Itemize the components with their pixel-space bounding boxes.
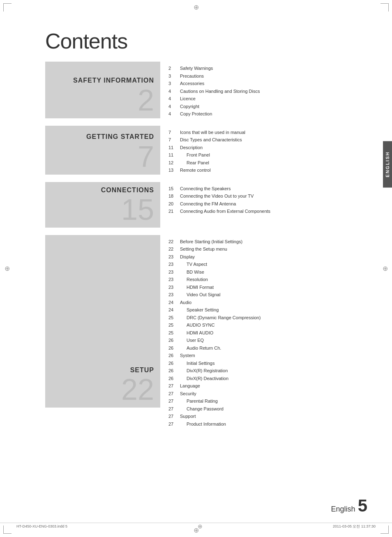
item-page-number: 4 — [168, 88, 180, 95]
setup-number: 22 — [121, 375, 154, 404]
item-page-number: 11 — [168, 152, 180, 159]
footer-crosshair: ⊕ — [198, 523, 203, 530]
item-page-number: 4 — [168, 111, 180, 118]
english-page-number: 5 — [358, 497, 367, 514]
list-item: 4Licence — [168, 95, 355, 102]
item-text: HDMI Format — [180, 284, 214, 291]
list-item: 27Change Password — [168, 406, 355, 413]
list-item: 4Cautions on Handling and Storing Discs — [168, 88, 355, 95]
item-text: Connecting the FM Antenna — [180, 201, 236, 207]
item-page-number: 2 — [168, 65, 180, 72]
item-page-number: 25 — [168, 322, 180, 329]
section-setup: SETUP 22 22Before Starting (Initial Sett… — [45, 235, 355, 429]
section-safety: SAFETY INFORMATION 2 2Safety Warnings3Pr… — [45, 62, 355, 118]
crosshair-top — [192, 3, 200, 11]
item-page-number: 27 — [168, 421, 180, 428]
list-item: 3Precautions — [168, 73, 355, 80]
item-page-number: 11 — [168, 144, 180, 151]
item-text: Speaker Setting — [180, 307, 219, 313]
list-item: 26Initial Settings — [168, 360, 355, 367]
getting-started-number: 7 — [138, 142, 154, 171]
item-text: Security — [180, 390, 196, 397]
safety-number: 2 — [138, 85, 154, 115]
item-page-number: 23 — [168, 269, 180, 276]
list-item: 21Connecting Audio from External Compone… — [168, 208, 355, 215]
item-text: Parental Rating — [180, 398, 218, 405]
item-page-number: 21 — [168, 208, 180, 215]
list-item: 25HDMI AUDIO — [168, 330, 355, 336]
item-text: Audio — [180, 299, 191, 306]
item-text: Licence — [180, 95, 196, 102]
item-page-number: 23 — [168, 254, 180, 260]
item-page-number: 18 — [168, 193, 180, 200]
list-item: 23Resolution — [168, 276, 355, 283]
list-item: 26DivX(R) Registration — [168, 367, 355, 374]
list-item: 25DRC (Dynamic Range Compression) — [168, 314, 355, 321]
list-item: 11Front Panel — [168, 152, 355, 159]
section-box-connections: CONNECTIONS 15 — [45, 182, 160, 228]
list-item: 23Video Out Signal — [168, 291, 355, 298]
list-item: 24Speaker Setting — [168, 307, 355, 313]
safety-items: 2Safety Warnings3Precautions3Accessories… — [160, 62, 355, 118]
connections-number: 15 — [121, 195, 154, 224]
item-text: Support — [180, 413, 196, 420]
list-item: 23Display — [168, 254, 355, 260]
list-item: 23TV Aspect — [168, 261, 355, 268]
list-item: 3Accessories — [168, 80, 355, 87]
list-item: 13Remote control — [168, 167, 355, 174]
item-page-number: 22 — [168, 246, 180, 253]
list-item: 27Security — [168, 390, 355, 397]
list-item: 20Connecting the FM Antenna — [168, 201, 355, 207]
list-item: 23BD Wise — [168, 269, 355, 276]
section-box-getting-started: GETTING STARTED 7 — [45, 126, 160, 175]
item-text: DivX(R) Registration — [180, 367, 228, 374]
item-text: HDMI AUDIO — [180, 330, 213, 336]
list-item: 25AUDIO SYNC — [168, 322, 355, 329]
item-page-number: 4 — [168, 103, 180, 110]
section-box-safety: SAFETY INFORMATION 2 — [45, 62, 160, 118]
item-text: Accessories — [180, 80, 204, 87]
item-text: Setting the Setup menu — [180, 246, 227, 253]
item-text: Change Password — [180, 406, 224, 413]
item-text: Rear Panel — [180, 159, 209, 166]
crosshair-right — [381, 265, 389, 272]
item-text: Product Information — [180, 421, 226, 428]
item-page-number: 27 — [168, 383, 180, 389]
list-item: 23HDMI Format — [168, 284, 355, 291]
footer-left: HT-D450-XU-ENG-0303.indd 5 — [16, 524, 67, 528]
connections-title: CONNECTIONS — [101, 186, 154, 194]
item-page-number: 27 — [168, 398, 180, 405]
list-item: 2Safety Warnings — [168, 65, 355, 72]
item-page-number: 24 — [168, 299, 180, 306]
item-page-number: 26 — [168, 360, 180, 367]
item-text: Resolution — [180, 276, 208, 283]
item-text: Language — [180, 383, 200, 389]
page-wrapper: ENGLISH Contents SAFETY INFORMATION 2 2S… — [0, 0, 392, 537]
item-text: System — [180, 352, 195, 359]
item-text: Display — [180, 254, 195, 260]
item-page-number: 27 — [168, 390, 180, 397]
item-text: Video Out Signal — [180, 291, 220, 298]
item-text: Icons that will be used in manual — [180, 129, 245, 136]
item-page-number: 25 — [168, 314, 180, 321]
getting-started-title: GETTING STARTED — [86, 133, 154, 141]
list-item: 26Audio Return Ch. — [168, 345, 355, 352]
item-page-number: 13 — [168, 167, 180, 174]
item-text: Remote control — [180, 167, 211, 174]
item-page-number: 20 — [168, 201, 180, 207]
item-page-number: 23 — [168, 291, 180, 298]
item-text: DivX(R) Deactivation — [180, 375, 228, 382]
corner-mark-tl — [3, 3, 12, 12]
list-item: 18Connecting the Video Out to your TV — [168, 193, 355, 200]
item-page-number: 26 — [168, 375, 180, 382]
item-text: BD Wise — [180, 269, 204, 276]
list-item: 22Before Starting (Initial Settings) — [168, 238, 355, 245]
list-item: 22Setting the Setup menu — [168, 246, 355, 253]
list-item: 27Parental Rating — [168, 398, 355, 405]
item-text: TV Aspect — [180, 261, 207, 268]
item-page-number: 23 — [168, 284, 180, 291]
safety-title: SAFETY INFORMATION — [73, 76, 154, 84]
list-item: 26DivX(R) Deactivation — [168, 375, 355, 382]
list-item: 26System — [168, 352, 355, 359]
item-page-number: 3 — [168, 73, 180, 80]
